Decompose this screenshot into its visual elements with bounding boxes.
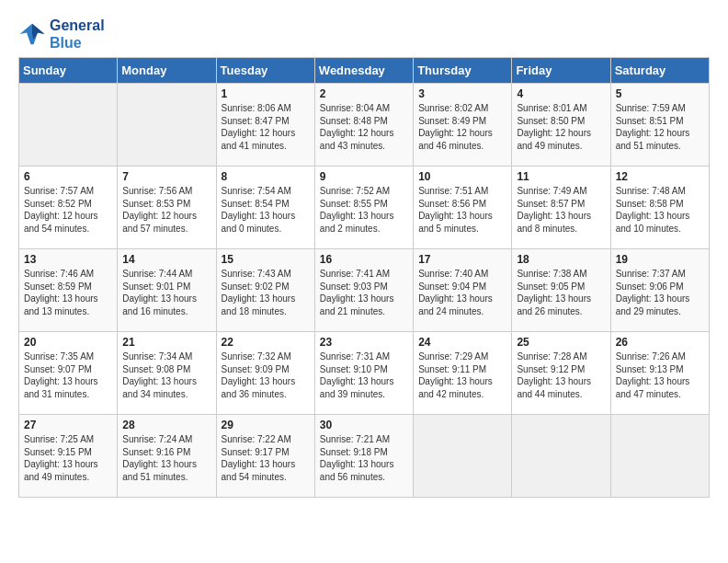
- calendar-cell: 18Sunrise: 7:38 AMSunset: 9:05 PMDayligh…: [512, 249, 610, 332]
- calendar-week-2: 6Sunrise: 7:57 AMSunset: 8:52 PMDaylight…: [19, 167, 710, 249]
- day-info: Sunrise: 7:54 AMSunset: 8:54 PMDaylight:…: [222, 185, 310, 235]
- calendar-cell: [610, 415, 709, 498]
- day-number: 15: [222, 253, 310, 266]
- calendar-cell: 30Sunrise: 7:21 AMSunset: 9:18 PMDayligh…: [314, 415, 413, 498]
- day-header-monday: Monday: [118, 58, 216, 84]
- day-number: 25: [517, 336, 605, 349]
- day-info: Sunrise: 7:48 AMSunset: 8:58 PMDaylight:…: [616, 185, 704, 235]
- calendar-cell: [19, 84, 118, 167]
- day-info: Sunrise: 7:28 AMSunset: 9:12 PMDaylight:…: [517, 350, 605, 400]
- logo-text-line1: General: [50, 17, 105, 34]
- day-info: Sunrise: 7:44 AMSunset: 9:01 PMDaylight:…: [122, 268, 210, 317]
- day-number: 13: [24, 253, 112, 266]
- calendar-cell: 17Sunrise: 7:40 AMSunset: 9:04 PMDayligh…: [414, 249, 512, 332]
- day-info: Sunrise: 8:01 AMSunset: 8:50 PMDaylight:…: [517, 102, 605, 152]
- calendar-table: SundayMondayTuesdayWednesdayThursdayFrid…: [18, 57, 710, 498]
- day-info: Sunrise: 7:49 AMSunset: 8:57 PMDaylight:…: [517, 185, 605, 235]
- calendar-cell: [118, 84, 216, 167]
- day-header-saturday: Saturday: [610, 58, 709, 84]
- day-number: 16: [320, 253, 408, 266]
- day-info: Sunrise: 7:32 AMSunset: 9:09 PMDaylight:…: [222, 350, 310, 400]
- calendar-cell: [414, 415, 512, 498]
- calendar-cell: 3Sunrise: 8:02 AMSunset: 8:49 PMDaylight…: [414, 84, 512, 167]
- day-number: 10: [418, 170, 506, 183]
- day-info: Sunrise: 7:52 AMSunset: 8:55 PMDaylight:…: [320, 185, 408, 235]
- day-info: Sunrise: 7:26 AMSunset: 9:13 PMDaylight:…: [616, 350, 704, 400]
- day-number: 12: [616, 170, 704, 183]
- day-number: 22: [222, 336, 310, 349]
- calendar-cell: 11Sunrise: 7:49 AMSunset: 8:57 PMDayligh…: [512, 167, 610, 249]
- day-info: Sunrise: 7:29 AMSunset: 9:11 PMDaylight:…: [418, 350, 506, 400]
- calendar-cell: 8Sunrise: 7:54 AMSunset: 8:54 PMDaylight…: [216, 167, 314, 249]
- day-number: 9: [320, 170, 408, 183]
- day-number: 7: [122, 170, 210, 183]
- calendar-cell: 12Sunrise: 7:48 AMSunset: 8:58 PMDayligh…: [610, 167, 709, 249]
- day-number: 21: [122, 336, 210, 349]
- day-info: Sunrise: 7:41 AMSunset: 9:03 PMDaylight:…: [320, 268, 408, 317]
- day-info: Sunrise: 8:04 AMSunset: 8:48 PMDaylight:…: [320, 102, 408, 152]
- calendar-cell: 23Sunrise: 7:31 AMSunset: 9:10 PMDayligh…: [314, 332, 413, 415]
- day-number: 26: [616, 336, 704, 349]
- calendar-cell: [512, 415, 610, 498]
- day-info: Sunrise: 7:38 AMSunset: 9:05 PMDaylight:…: [517, 268, 605, 317]
- day-info: Sunrise: 8:06 AMSunset: 8:47 PMDaylight:…: [222, 102, 310, 152]
- day-number: 3: [418, 87, 506, 100]
- calendar-cell: 26Sunrise: 7:26 AMSunset: 9:13 PMDayligh…: [610, 332, 709, 415]
- calendar-cell: 28Sunrise: 7:24 AMSunset: 9:16 PMDayligh…: [118, 415, 216, 498]
- day-info: Sunrise: 7:56 AMSunset: 8:53 PMDaylight:…: [122, 185, 210, 235]
- calendar-cell: 14Sunrise: 7:44 AMSunset: 9:01 PMDayligh…: [118, 249, 216, 332]
- day-info: Sunrise: 7:35 AMSunset: 9:07 PMDaylight:…: [24, 350, 112, 400]
- day-info: Sunrise: 7:51 AMSunset: 8:56 PMDaylight:…: [418, 185, 506, 235]
- calendar-cell: 29Sunrise: 7:22 AMSunset: 9:17 PMDayligh…: [216, 415, 314, 498]
- calendar-body: 1Sunrise: 8:06 AMSunset: 8:47 PMDaylight…: [19, 84, 710, 498]
- day-number: 5: [616, 87, 704, 100]
- day-info: Sunrise: 7:24 AMSunset: 9:16 PMDaylight:…: [122, 433, 210, 483]
- header: General Blue: [18, 17, 710, 52]
- day-number: 6: [24, 170, 112, 183]
- calendar-cell: 15Sunrise: 7:43 AMSunset: 9:02 PMDayligh…: [216, 249, 314, 332]
- day-header-wednesday: Wednesday: [314, 58, 413, 84]
- day-info: Sunrise: 7:22 AMSunset: 9:17 PMDaylight:…: [222, 433, 310, 483]
- calendar-cell: 27Sunrise: 7:25 AMSunset: 9:15 PMDayligh…: [19, 415, 118, 498]
- day-number: 14: [122, 253, 210, 266]
- calendar-cell: 5Sunrise: 7:59 AMSunset: 8:51 PMDaylight…: [610, 84, 709, 167]
- calendar-week-1: 1Sunrise: 8:06 AMSunset: 8:47 PMDaylight…: [19, 84, 710, 167]
- day-number: 29: [222, 419, 310, 431]
- day-number: 4: [517, 87, 605, 100]
- day-info: Sunrise: 7:43 AMSunset: 9:02 PMDaylight:…: [222, 268, 310, 317]
- calendar-week-3: 13Sunrise: 7:46 AMSunset: 8:59 PMDayligh…: [19, 249, 710, 332]
- day-info: Sunrise: 7:25 AMSunset: 9:15 PMDaylight:…: [24, 433, 112, 483]
- day-info: Sunrise: 7:21 AMSunset: 9:18 PMDaylight:…: [320, 433, 408, 483]
- day-number: 23: [320, 336, 408, 349]
- calendar-cell: 24Sunrise: 7:29 AMSunset: 9:11 PMDayligh…: [414, 332, 512, 415]
- day-info: Sunrise: 8:02 AMSunset: 8:49 PMDaylight:…: [418, 102, 506, 152]
- day-number: 2: [320, 87, 408, 100]
- day-number: 27: [24, 419, 112, 431]
- day-info: Sunrise: 7:46 AMSunset: 8:59 PMDaylight:…: [24, 268, 112, 317]
- calendar-cell: 25Sunrise: 7:28 AMSunset: 9:12 PMDayligh…: [512, 332, 610, 415]
- logo-icon: [18, 20, 46, 48]
- calendar-week-5: 27Sunrise: 7:25 AMSunset: 9:15 PMDayligh…: [19, 415, 710, 498]
- calendar-cell: 10Sunrise: 7:51 AMSunset: 8:56 PMDayligh…: [414, 167, 512, 249]
- day-number: 30: [320, 419, 408, 431]
- calendar-cell: 19Sunrise: 7:37 AMSunset: 9:06 PMDayligh…: [610, 249, 709, 332]
- calendar-cell: 2Sunrise: 8:04 AMSunset: 8:48 PMDaylight…: [314, 84, 413, 167]
- day-number: 8: [222, 170, 310, 183]
- day-info: Sunrise: 7:34 AMSunset: 9:08 PMDaylight:…: [122, 350, 210, 400]
- logo: General Blue: [18, 17, 105, 52]
- calendar-cell: 16Sunrise: 7:41 AMSunset: 9:03 PMDayligh…: [314, 249, 413, 332]
- day-number: 28: [122, 419, 210, 431]
- day-number: 17: [418, 253, 506, 266]
- day-header-thursday: Thursday: [414, 58, 512, 84]
- calendar-header: SundayMondayTuesdayWednesdayThursdayFrid…: [19, 58, 710, 84]
- day-number: 11: [517, 170, 605, 183]
- calendar-cell: 9Sunrise: 7:52 AMSunset: 8:55 PMDaylight…: [314, 167, 413, 249]
- calendar-cell: 7Sunrise: 7:56 AMSunset: 8:53 PMDaylight…: [118, 167, 216, 249]
- day-info: Sunrise: 7:37 AMSunset: 9:06 PMDaylight:…: [616, 268, 704, 317]
- calendar-cell: 1Sunrise: 8:06 AMSunset: 8:47 PMDaylight…: [216, 84, 314, 167]
- calendar-cell: 4Sunrise: 8:01 AMSunset: 8:50 PMDaylight…: [512, 84, 610, 167]
- calendar-cell: 6Sunrise: 7:57 AMSunset: 8:52 PMDaylight…: [19, 167, 118, 249]
- day-number: 18: [517, 253, 605, 266]
- day-info: Sunrise: 7:57 AMSunset: 8:52 PMDaylight:…: [24, 185, 112, 235]
- calendar-week-4: 20Sunrise: 7:35 AMSunset: 9:07 PMDayligh…: [19, 332, 710, 415]
